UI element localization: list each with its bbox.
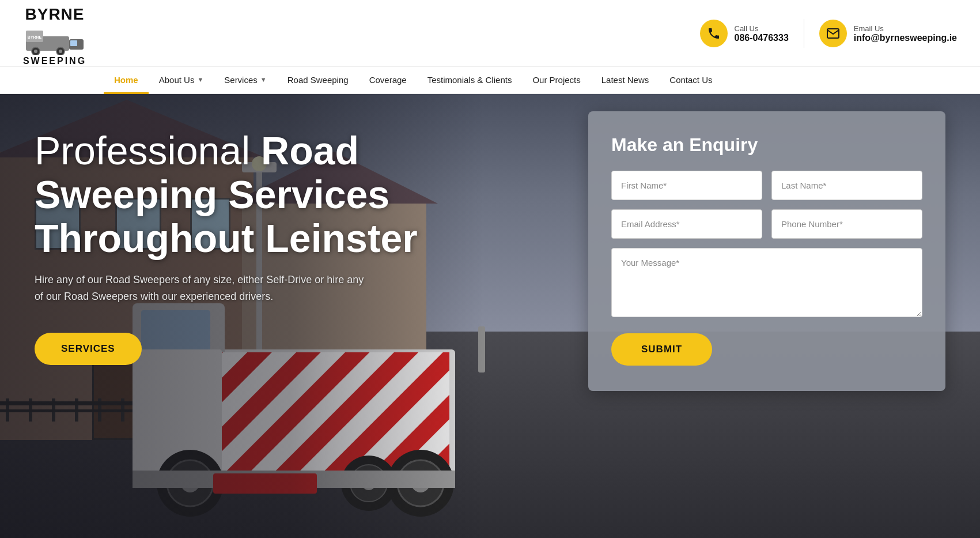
logo-truck-icon: BYRNE xyxy=(23,25,86,55)
nav-item-contact[interactable]: Contact Us xyxy=(659,67,722,93)
services-button[interactable]: SERVICES xyxy=(35,333,142,365)
hero-subtext: Hire any of our Road Sweepers of any siz… xyxy=(35,272,369,305)
nav-item-about[interactable]: About Us ▼ xyxy=(149,67,214,93)
call-label: Call Us xyxy=(735,24,789,33)
email-icon xyxy=(826,27,840,40)
services-chevron-icon: ▼ xyxy=(260,76,267,83)
logo-company-name: BYRNE xyxy=(25,6,84,24)
hero-section: Professional RoadSweeping ServicesThroug… xyxy=(0,94,980,538)
svg-rect-8 xyxy=(70,40,77,46)
submit-button[interactable]: SUBMIT xyxy=(611,333,712,366)
header: BYRNE BYRNE SWEEPING Call Us 086-04763 xyxy=(0,0,980,67)
phone-contact: Call Us 086-0476333 xyxy=(700,20,789,47)
logo: BYRNE BYRNE SWEEPING xyxy=(12,6,98,66)
logo-sub-name: SWEEPING xyxy=(23,56,86,66)
about-chevron-icon: ▼ xyxy=(197,76,203,83)
first-name-field[interactable] xyxy=(611,171,762,200)
message-field[interactable] xyxy=(611,248,922,317)
nav-item-news[interactable]: Latest News xyxy=(591,67,660,93)
phone-icon-circle xyxy=(700,20,728,47)
hero-headline: Professional RoadSweeping ServicesThroug… xyxy=(35,129,418,260)
main-nav: Home About Us ▼ Services ▼ Road Sweeping… xyxy=(0,67,980,94)
email-label: Email Us xyxy=(854,24,957,33)
nav-item-services[interactable]: Services ▼ xyxy=(214,67,277,93)
hero-text-content: Professional RoadSweeping ServicesThroug… xyxy=(35,129,418,365)
email-icon-circle xyxy=(819,20,847,47)
enquiry-title: Make an Enquiry xyxy=(611,134,922,156)
svg-point-6 xyxy=(59,50,62,53)
contact-divider xyxy=(804,19,804,48)
enquiry-panel: Make an Enquiry SUBMIT xyxy=(588,111,945,391)
nav-item-testimonials[interactable]: Testimonials & Clients xyxy=(417,67,523,93)
email-contact: Email Us info@byrnesweeping.ie xyxy=(819,20,957,47)
contact-row xyxy=(611,209,922,239)
phone-text-block: Call Us 086-0476333 xyxy=(735,24,789,43)
contact-info: Call Us 086-0476333 Email Us info@byrnes… xyxy=(700,19,958,52)
name-row xyxy=(611,171,922,200)
phone-icon xyxy=(707,27,721,40)
svg-point-4 xyxy=(34,50,37,53)
nav-item-road-sweeping[interactable]: Road Sweeping xyxy=(277,67,359,93)
call-number: 086-0476333 xyxy=(735,33,789,43)
email-text-block: Email Us info@byrnesweeping.ie xyxy=(854,24,957,43)
email-field[interactable] xyxy=(611,209,762,239)
nav-item-home[interactable]: Home xyxy=(104,67,149,93)
phone-field[interactable] xyxy=(771,209,922,239)
nav-item-projects[interactable]: Our Projects xyxy=(522,67,591,93)
email-address: info@byrnesweeping.ie xyxy=(854,33,957,43)
svg-text:BYRNE: BYRNE xyxy=(28,35,42,39)
nav-item-coverage[interactable]: Coverage xyxy=(359,67,417,93)
last-name-field[interactable] xyxy=(771,171,922,200)
